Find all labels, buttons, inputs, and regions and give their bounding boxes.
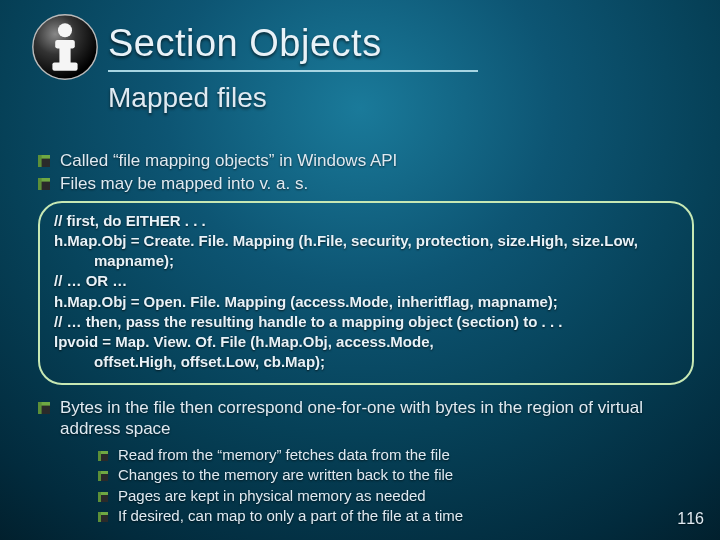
sub-bullet-text: If desired, can map to only a part of th…	[118, 506, 463, 526]
svg-rect-7	[52, 62, 77, 70]
sub-bullet-text: Pages are kept in physical memory as nee…	[118, 486, 426, 506]
slide: Section Objects Mapped files Called “fil…	[0, 0, 720, 540]
bullet-icon	[38, 155, 50, 167]
code-line: // … then, pass the resulting handle to …	[54, 312, 678, 332]
bullet-item: Bytes in the file then correspond one-fo…	[38, 397, 700, 440]
sub-bullet-text: Changes to the memory are written back t…	[118, 465, 453, 485]
bullet-icon	[38, 402, 50, 414]
code-line: lpvoid = Map. View. Of. File (h.Map.Obj,…	[54, 332, 678, 352]
code-line: h.Map.Obj = Open. File. Mapping (access.…	[54, 292, 678, 312]
info-icon	[30, 12, 100, 82]
code-box: // first, do EITHER . . . h.Map.Obj = Cr…	[38, 201, 694, 385]
sub-bullet-text: Read from the “memory” fetches data from…	[118, 445, 450, 465]
svg-point-4	[58, 23, 72, 37]
bullet-text: Bytes in the file then correspond one-fo…	[60, 397, 700, 440]
bullet-text: Files may be mapped into v. a. s.	[60, 173, 308, 194]
code-line: h.Map.Obj = Create. File. Mapping (h.Fil…	[54, 231, 678, 251]
sub-bullet-item: Read from the “memory” fetches data from…	[98, 445, 700, 465]
sub-bullet-group: Read from the “memory” fetches data from…	[98, 445, 700, 526]
code-line: // … OR …	[54, 271, 678, 291]
title-underline	[108, 70, 478, 72]
bullet-text: Called “file mapping objects” in Windows…	[60, 150, 397, 171]
bullet-item: Files may be mapped into v. a. s.	[38, 173, 700, 194]
sub-bullet-item: If desired, can map to only a part of th…	[98, 506, 700, 526]
bullet-icon	[38, 178, 50, 190]
slide-content: Called “file mapping objects” in Windows…	[38, 150, 700, 526]
slide-subtitle: Mapped files	[108, 82, 267, 114]
bullet-icon	[98, 512, 108, 522]
svg-rect-6	[59, 40, 70, 65]
bullet-icon	[98, 451, 108, 461]
sub-bullet-item: Pages are kept in physical memory as nee…	[98, 486, 700, 506]
page-number: 116	[677, 510, 704, 528]
sub-bullet-item: Changes to the memory are written back t…	[98, 465, 700, 485]
code-line: offset.High, offset.Low, cb.Map);	[54, 352, 678, 372]
bullet-icon	[98, 492, 108, 502]
bullet-item: Called “file mapping objects” in Windows…	[38, 150, 700, 171]
code-line: // first, do EITHER . . .	[54, 211, 678, 231]
slide-title: Section Objects	[108, 22, 382, 65]
code-line: mapname);	[54, 251, 678, 271]
bullet-icon	[98, 471, 108, 481]
